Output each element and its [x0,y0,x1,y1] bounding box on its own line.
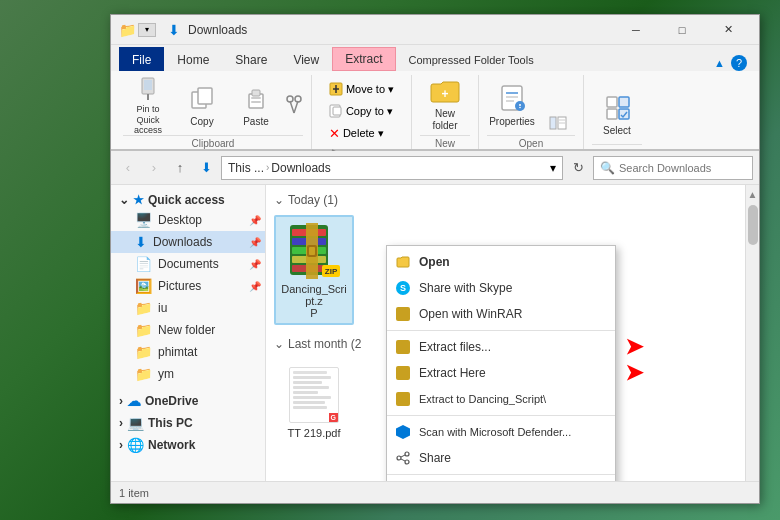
ym-folder-icon: 📁 [135,366,152,382]
sidebar-section-onedrive[interactable]: › ☁ OneDrive [111,389,265,411]
ctx-winrar-icon-4 [395,391,411,407]
ctx-share[interactable]: Share [387,445,615,471]
extract-here-red-arrow: ➤ [625,360,643,386]
new-folder-button[interactable]: + New folder [420,75,470,133]
sidebar-section-network[interactable]: › 🌐 Network [111,433,265,455]
refresh-button[interactable]: ↻ [567,157,589,179]
folder-nav-icon: ⬇ [195,157,217,179]
open-group-label: Open [487,135,575,151]
ctx-scan-label: Scan with Microsoft Defender... [419,426,571,438]
sidebar-item-downloads[interactable]: ⬇ Downloads 📌 [111,231,265,253]
ctx-share-skype[interactable]: S Share with Skype [387,275,615,301]
desktop-pin-icon: 📌 [249,215,261,226]
ctx-extract-files[interactable]: Extract files... ➤ [387,334,615,360]
tab-home[interactable]: Home [164,47,222,71]
close-button[interactable]: ✕ [705,15,751,45]
sidebar-item-desktop[interactable]: 🖥️ Desktop 📌 [111,209,265,231]
copy-to-button[interactable]: Copy to ▾ [325,101,397,121]
new-buttons: + New folder [420,75,470,135]
ribbon-group-new: + New folder New [412,75,479,149]
pin-to-quick-access-button[interactable]: Pin to Quick access [123,75,173,133]
sidebar-item-documents-label: Documents [158,257,219,271]
ctx-open-winrar[interactable]: Open with WinRAR [387,301,615,327]
paste-button[interactable]: Paste [231,75,281,133]
today-section-header[interactable]: ⌄ Today (1) [274,193,737,207]
this-pc-label: This PC [148,416,193,430]
copy-to-label: Copy to ▾ [346,105,393,118]
ribbon-content: Pin to Quick access Copy [111,71,759,151]
copy-button-label: Copy [190,116,213,128]
ctx-extract-to[interactable]: Extract to Dancing_Script\ [387,386,615,412]
back-button[interactable]: ‹ [117,157,139,179]
search-input[interactable] [619,162,746,174]
quick-access-toolbar: 📁 ▾ [119,22,156,38]
address-path: This ... › Downloads [228,161,331,175]
ctx-winrar-icon-3 [395,365,411,381]
ctx-extract-here[interactable]: Extract Here ➤ [387,360,615,386]
ctx-open[interactable]: Open [387,249,615,275]
help-button[interactable]: ? [731,55,747,71]
ribbon-collapse-btn[interactable]: ▲ [714,57,725,69]
address-box[interactable]: This ... › Downloads ▾ [221,156,563,180]
select-group-label [592,144,642,149]
properties-icon [496,82,528,114]
sidebar-item-pictures[interactable]: 🖼️ Pictures 📌 [111,275,265,297]
sidebar-item-iu[interactable]: 📁 iu [111,297,265,319]
ctx-divider-2 [387,415,615,416]
tt219-label: TT 219.pdf [288,427,341,439]
sidebar-item-new-folder[interactable]: 📁 New folder [111,319,265,341]
svg-rect-6 [252,90,260,96]
tab-compressed-tools[interactable]: Compressed Folder Tools [396,47,547,71]
this-pc-chevron: › [119,416,123,430]
sidebar-item-phimtat[interactable]: 📁 phimtat [111,341,265,363]
tab-file[interactable]: File [119,47,164,71]
network-icon: 🌐 [127,437,144,453]
forward-button[interactable]: › [143,157,165,179]
scroll-up-btn[interactable]: ▲ [746,187,760,201]
tab-share[interactable]: Share [222,47,280,71]
sidebar-item-ym[interactable]: 📁 ym [111,363,265,385]
ctx-open-with[interactable]: Open with › [387,478,615,481]
customize-quick-access-btn[interactable]: ▾ [138,23,156,37]
sidebar-item-documents[interactable]: 📄 Documents 📌 [111,253,265,275]
open-extras-btn1[interactable] [541,113,575,133]
select-label: Select [603,125,631,137]
search-box[interactable]: 🔍 [593,156,753,180]
minimize-button[interactable]: ─ [613,15,659,45]
path-separator: › [266,162,269,173]
up-button[interactable]: ↑ [169,157,191,179]
sidebar-section-quick-access[interactable]: ⌄ ★ Quick access [111,189,265,209]
delete-button[interactable]: ✕ Delete ▾ [325,123,388,143]
delete-icon: ✕ [329,126,340,141]
network-chevron: › [119,438,123,452]
svg-text:ZIP: ZIP [325,267,338,276]
svg-line-12 [294,101,298,113]
sidebar-section-this-pc[interactable]: › 💻 This PC [111,411,265,433]
svg-rect-44 [309,247,315,255]
move-to-button[interactable]: Move to ▾ [325,79,398,99]
ctx-scan-defender[interactable]: Scan with Microsoft Defender... [387,419,615,445]
scrollbar-thumb[interactable] [748,205,758,245]
maximize-button[interactable]: □ [659,15,705,45]
phimtat-folder-icon: 📁 [135,344,152,360]
ctx-winrar-icon-1 [395,306,411,322]
tab-extract[interactable]: Extract [332,47,395,71]
select-button[interactable]: Select [592,84,642,142]
pictures-pin-icon: 📌 [249,281,261,292]
copy-button[interactable]: Copy [177,75,227,133]
svg-point-48 [397,456,401,460]
last-month-chevron: ⌄ [274,337,284,351]
svg-line-11 [290,101,294,113]
tab-view[interactable]: View [280,47,332,71]
tt219-file[interactable]: G TT 219.pdf [274,359,354,445]
scrollbar[interactable]: ▲ [745,185,759,481]
dancing-script-file[interactable]: ZIP Dancing_Script.zP [274,215,354,325]
svg-point-47 [405,452,409,456]
sidebar-item-ym-label: ym [158,367,174,381]
address-dropdown-btn[interactable]: ▾ [550,161,556,175]
cut-button[interactable] [285,93,303,133]
paste-icon [240,82,272,114]
title-bar: 📁 ▾ ⬇ Downloads ─ □ ✕ [111,15,759,45]
properties-button[interactable]: Properties [487,75,537,133]
onedrive-label: OneDrive [145,394,198,408]
